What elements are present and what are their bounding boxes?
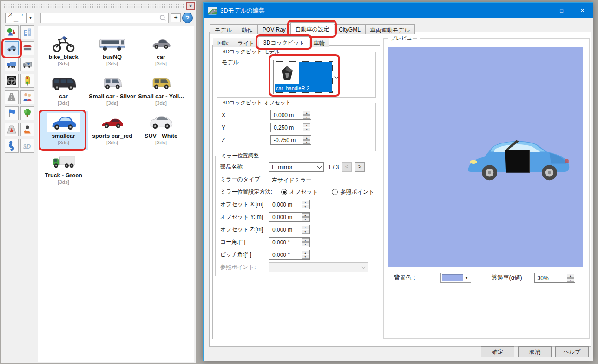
offset-y-field[interactable]: 0.250 m ▲▼: [270, 123, 311, 132]
sidebar-item-signals[interactable]: [20, 74, 34, 88]
tab-motion[interactable]: 動作: [237, 24, 258, 34]
library-item-suv-white[interactable]: SUV - White [3ds]: [137, 111, 185, 150]
yaw-angle-field[interactable]: 0.000 ° ▲▼: [269, 237, 310, 247]
offset-x-field[interactable]: 0.000 m ▲▼: [270, 110, 311, 120]
search-input[interactable]: [41, 15, 159, 21]
spin-down-icon[interactable]: ▼: [303, 128, 310, 131]
train-icon: [22, 43, 33, 53]
next-part-button[interactable]: >: [355, 162, 365, 172]
sidebar-item-shapes[interactable]: [5, 25, 19, 39]
tab-citygml[interactable]: CityGML: [334, 24, 366, 34]
library-item-small-car-yellow[interactable]: Small car - Yell... [3ds]: [137, 72, 185, 111]
spin-up-icon[interactable]: ▲: [303, 124, 310, 127]
subtab-light[interactable]: ライト: [233, 38, 259, 47]
selected-model-name: car_handleR-2: [275, 84, 332, 92]
subtab-cockpit[interactable]: 3Dコックピット: [259, 36, 309, 47]
sidebar-item-people[interactable]: [20, 90, 34, 104]
add-model-button[interactable]: +: [171, 13, 181, 22]
chevron-down-icon[interactable]: [332, 60, 341, 94]
help-button[interactable]: ヘルプ: [555, 346, 589, 358]
spin-down-icon[interactable]: ▼: [302, 217, 309, 221]
panel-drag-handle[interactable]: [3, 3, 185, 9]
sidebar-item-vehicles[interactable]: [5, 41, 19, 55]
spin-up-icon[interactable]: ▲: [302, 201, 309, 204]
spin-down-icon[interactable]: ▼: [302, 255, 309, 259]
method-offset-option[interactable]: オフセット: [281, 188, 318, 196]
bg-color-dropdown[interactable]: ▼: [440, 273, 471, 283]
sidebar-item-trains[interactable]: [20, 41, 34, 55]
spin-up-icon[interactable]: ▲: [303, 111, 310, 115]
tab-car-settings[interactable]: 自動車の設定: [290, 22, 334, 34]
selection-highlight: [299, 62, 332, 84]
panel-help-button[interactable]: ?: [182, 13, 193, 23]
radio-selected-icon[interactable]: [281, 189, 287, 195]
sidebar-item-flags[interactable]: [5, 106, 19, 120]
panel-close-button[interactable]: ×: [186, 2, 195, 10]
tab-povray[interactable]: POV-Ray: [257, 24, 291, 34]
tab-vehicle-dynamics[interactable]: 車両運動モデル: [365, 24, 415, 34]
library-item-bike-black[interactable]: bike_black [3ds]: [39, 32, 88, 72]
library-item-smallcar[interactable]: smallcar [3ds]: [39, 111, 88, 150]
spin-up-icon[interactable]: ▲: [302, 251, 309, 254]
alpha-field[interactable]: 30% ▲▼: [534, 273, 575, 283]
chevron-down-icon: [315, 166, 323, 168]
item-name: busNQ: [103, 54, 122, 60]
sidebar-item-3d[interactable]: 3D: [20, 139, 34, 153]
sidebar-item-rivers[interactable]: [5, 139, 19, 153]
subtab-label: 3Dコックピット: [263, 39, 305, 46]
method-refpoint-option[interactable]: 参照ポイント: [332, 188, 374, 196]
library-item-car-gray[interactable]: car [3ds]: [137, 32, 185, 72]
library-item-car-black[interactable]: car [3ds]: [39, 72, 88, 111]
cancel-button[interactable]: 取消: [518, 346, 552, 358]
spin-down-icon[interactable]: ▼: [567, 278, 574, 282]
spin-down-icon[interactable]: ▼: [302, 230, 309, 234]
spin-down-icon[interactable]: ▼: [302, 242, 309, 246]
library-item-small-car-silver[interactable]: Small car - Silver [3ds]: [88, 72, 137, 111]
dialog-titlebar[interactable]: 3Dモデルの編集 – □ ×: [204, 3, 593, 18]
sidebar-item-buildings[interactable]: [20, 25, 34, 39]
spin-down-icon[interactable]: ▼: [302, 205, 309, 208]
sidebar-item-cockpit[interactable]: [5, 74, 19, 88]
library-item-truck-green[interactable]: Truck - Green [3ds]: [39, 150, 88, 190]
spin-up-icon[interactable]: ▲: [302, 238, 309, 242]
spin-down-icon[interactable]: ▼: [303, 115, 310, 119]
sidebar-item-trees[interactable]: [20, 106, 34, 120]
mirror-type-input[interactable]: 左サイドミラー: [269, 175, 368, 184]
spin-down-icon[interactable]: ▼: [303, 140, 310, 144]
mirror-offset-y-field[interactable]: 0.000 m ▲▼: [269, 212, 310, 222]
sidebar-item-workers[interactable]: [20, 123, 34, 136]
subtab-wheel[interactable]: 車輪: [309, 38, 329, 47]
spin-up-icon[interactable]: ▲: [303, 136, 310, 140]
confirm-button[interactable]: 確定: [481, 346, 514, 358]
item-name: Small car - Silver: [89, 93, 136, 100]
subtab-rotation[interactable]: 回転: [213, 38, 233, 47]
steering-wheel-icon: [7, 76, 17, 86]
spin-up-icon[interactable]: ▲: [302, 226, 309, 229]
part-name-label: 部品名称: [220, 163, 269, 171]
prev-part-button[interactable]: <: [342, 162, 352, 172]
spin-up-icon[interactable]: ▲: [302, 213, 309, 217]
library-item-sports-car-red[interactable]: sports car_red [3ds]: [88, 111, 137, 150]
library-item-busnq[interactable]: busNQ [3ds]: [88, 32, 137, 72]
offset-z-field[interactable]: -0.750 m ▲▼: [270, 135, 311, 145]
preview-3d-viewport[interactable]: [388, 47, 583, 267]
dialog-title: 3Dモデルの編集: [220, 6, 265, 15]
cockpit-model-combobox[interactable]: car_handleR-2: [273, 60, 341, 94]
sidebar-item-road-markings[interactable]: [5, 123, 19, 136]
maximize-button[interactable]: □: [551, 3, 572, 18]
sidebar-item-cargo-trucks[interactable]: [20, 58, 34, 72]
sidebar-item-roads[interactable]: [5, 90, 19, 104]
minimize-button[interactable]: –: [530, 3, 551, 18]
tab-model[interactable]: モデル: [210, 24, 237, 34]
menu-dropdown-button[interactable]: メニュー ▼: [5, 13, 34, 23]
kei-van-icon: [101, 76, 124, 91]
close-button[interactable]: ×: [572, 3, 593, 18]
mirror-offset-z-field[interactable]: 0.000 m ▲▼: [269, 225, 310, 234]
sidebar-item-trucks[interactable]: [5, 58, 19, 72]
spin-up-icon[interactable]: ▲: [567, 274, 574, 278]
car-icon: [7, 43, 17, 53]
radio-unselected-icon[interactable]: [332, 189, 338, 195]
pitch-angle-field[interactable]: 0.000 ° ▲▼: [269, 250, 310, 260]
mirror-offset-x-field[interactable]: 0.000 m ▲▼: [269, 200, 310, 209]
part-name-combobox[interactable]: L_mirror: [269, 162, 324, 172]
